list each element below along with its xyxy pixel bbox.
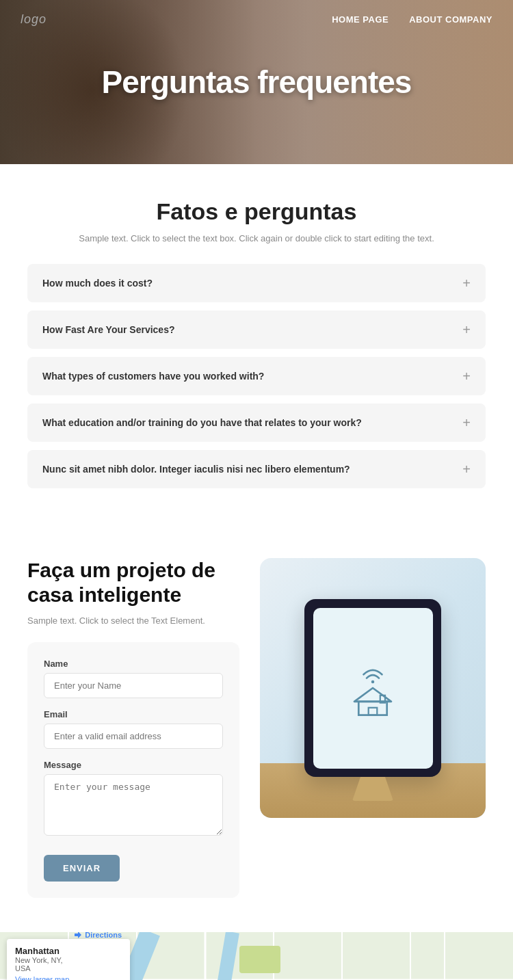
map-info-box: Manhattan New York, NY, USA Directions V…	[7, 939, 130, 980]
svg-point-0	[371, 680, 375, 684]
contact-subtext: Sample text. Click to select the Text El…	[27, 615, 239, 626]
tablet-device	[304, 599, 441, 777]
contact-heading: Faça um projeto de casa inteligente	[27, 558, 239, 607]
name-input[interactable]	[44, 673, 223, 698]
tablet-screen	[313, 608, 433, 769]
view-larger-map-link[interactable]: View larger map	[15, 975, 122, 980]
faq-item-3[interactable]: What types of customers have you worked …	[27, 357, 486, 395]
hero-title: Perguntas frequentes	[102, 64, 412, 101]
faq-item-2[interactable]: How Fast Are Your Services? +	[27, 310, 486, 349]
contact-image	[260, 558, 486, 818]
contact-left: Faça um projeto de casa inteligente Samp…	[27, 558, 239, 898]
faq-section: Fatos e perguntas Sample text. Click to …	[0, 164, 513, 524]
email-input[interactable]	[44, 724, 223, 749]
name-field-group: Name	[44, 659, 223, 698]
message-field-group: Message	[44, 760, 223, 838]
faq-toggle-icon-5: +	[462, 462, 471, 476]
nav-logo: logo	[21, 12, 47, 27]
faq-toggle-icon-4: +	[462, 416, 471, 429]
email-field-group: Email	[44, 709, 223, 749]
svg-rect-3	[369, 708, 378, 715]
faq-item-1[interactable]: How much does it cost? +	[27, 264, 486, 302]
faq-heading: Fatos e perguntas	[27, 198, 486, 225]
faq-toggle-icon-3: +	[462, 369, 471, 383]
email-label: Email	[44, 709, 223, 719]
faq-question-5: Nunc sit amet nibh dolor. Integer iaculi…	[42, 464, 350, 475]
nav-link-about[interactable]: ABOUT COMPANY	[409, 14, 492, 25]
nav-link-home[interactable]: HOME PAGE	[332, 14, 389, 25]
faq-question-1: How much does it cost?	[42, 278, 153, 289]
svg-rect-18	[239, 946, 280, 973]
submit-button[interactable]: ENVIAR	[44, 855, 120, 882]
smart-home-icon	[342, 657, 404, 719]
faq-item-4[interactable]: What education and/or training do you ha…	[27, 403, 486, 442]
faq-toggle-icon-1: +	[462, 276, 471, 290]
svg-marker-27	[75, 932, 81, 938]
faq-question-2: How Fast Are Your Services?	[42, 324, 174, 335]
map-location-name: Manhattan	[15, 946, 74, 956]
name-label: Name	[44, 659, 223, 669]
faq-question-4: What education and/or training do you ha…	[42, 417, 362, 428]
faq-item-5[interactable]: Nunc sit amet nibh dolor. Integer iaculi…	[27, 450, 486, 488]
message-label: Message	[44, 760, 223, 770]
nav-links: HOME PAGE ABOUT COMPANY	[332, 14, 492, 25]
map-section: MANHATTAN NEW JERSEY New York BROOKLYN Q…	[0, 932, 513, 980]
directions-button[interactable]: Directions	[74, 932, 122, 939]
faq-subtext: Sample text. Click to select the text bo…	[27, 233, 486, 243]
contact-section: Faça um projeto de casa inteligente Samp…	[0, 524, 513, 932]
contact-form-container: Name Email Message ENVIAR	[27, 642, 239, 898]
faq-question-3: What types of customers have you worked …	[42, 371, 264, 382]
map-location-sub: New York, NY, USA	[15, 956, 74, 972]
directions-icon	[74, 932, 82, 939]
message-textarea[interactable]	[44, 774, 223, 836]
navbar: logo HOME PAGE ABOUT COMPANY	[0, 0, 513, 39]
faq-toggle-icon-2: +	[462, 323, 471, 336]
